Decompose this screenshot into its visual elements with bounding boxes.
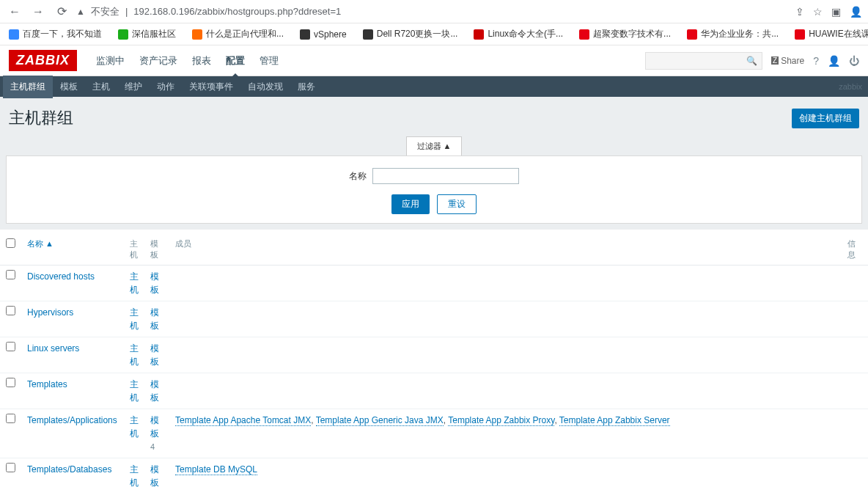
main-menu-item[interactable]: 监测中 xyxy=(89,45,132,76)
hosts-link[interactable]: 主机 xyxy=(130,307,139,331)
member-link[interactable]: Template App Generic Java JMX xyxy=(316,415,444,426)
col-name-header[interactable]: 名称 ▲ xyxy=(27,239,54,248)
row-checkbox[interactable] xyxy=(6,414,15,423)
url-separator: | xyxy=(125,6,128,17)
favicon xyxy=(363,29,373,40)
templates-link[interactable]: 模板 xyxy=(150,464,159,487)
sub-menu-item[interactable]: 服务 xyxy=(290,76,323,98)
templates-link[interactable]: 模板 xyxy=(150,415,159,439)
filter-name-input[interactable] xyxy=(372,168,519,184)
sub-menu-item[interactable]: 维护 xyxy=(117,76,150,98)
member-link[interactable]: Template App Zabbix Proxy xyxy=(448,415,554,426)
select-all-checkbox[interactable] xyxy=(6,238,15,248)
col-info-header: 信息 xyxy=(842,234,868,266)
bookmark-label: HUAWIE在线课程 xyxy=(809,28,868,40)
hosts-link[interactable]: 主机 xyxy=(130,379,139,403)
bookmark-item[interactable]: Linux命令大全(手... xyxy=(474,28,563,40)
bookmark-label: Dell R720更换一块... xyxy=(377,28,458,40)
favicon xyxy=(118,29,128,40)
table-row: Hypervisors主机模板 xyxy=(0,301,868,337)
address-bar[interactable]: ▲ 不安全 | 192.168.0.196/zabbix/hostgroups.… xyxy=(76,5,790,18)
sub-brand: zabbix xyxy=(831,77,865,96)
bookmark-item[interactable]: 什么是正向代理和... xyxy=(192,28,284,40)
hostgroups-table: 名称 ▲ 主机 模板 成员 信息 Discovered hosts主机模板Hyp… xyxy=(0,234,868,487)
main-menu-item[interactable]: 资产记录 xyxy=(132,45,185,76)
bookmark-item[interactable]: HUAWIE在线课程 xyxy=(795,28,868,40)
table-row: Discovered hosts主机模板 xyxy=(0,266,868,301)
help-icon[interactable]: ? xyxy=(813,55,819,67)
sub-menu-item[interactable]: 主机群组 xyxy=(3,76,53,98)
main-menu-item[interactable]: 管理 xyxy=(252,45,286,76)
row-checkbox[interactable] xyxy=(6,378,15,387)
zabbix-logo[interactable]: ZABBIX xyxy=(9,50,77,71)
group-name-link[interactable]: Templates xyxy=(27,379,67,389)
sub-nav: 主机群组模板主机维护动作关联项事件自动发现服务zabbix xyxy=(0,76,868,97)
row-checkbox[interactable] xyxy=(6,463,15,472)
sub-menu-item[interactable]: 模板 xyxy=(53,76,85,98)
bookmark-label: 深信服社区 xyxy=(132,28,176,40)
sub-menu-item[interactable]: 关联项事件 xyxy=(182,76,240,98)
back-icon[interactable]: ← xyxy=(6,5,23,18)
share-z-icon: Z xyxy=(771,56,779,65)
templates-link[interactable]: 模板 xyxy=(150,379,159,403)
row-checkbox[interactable] xyxy=(6,306,15,315)
table-row: Templates主机模板 xyxy=(0,373,868,409)
main-menu-item[interactable]: 报表 xyxy=(185,45,218,76)
bookmark-item[interactable]: Dell R720更换一块... xyxy=(363,28,458,40)
user-icon[interactable]: 👤 xyxy=(828,55,840,67)
bookmark-label: Linux命令大全(手... xyxy=(488,28,563,40)
row-checkbox[interactable] xyxy=(6,270,15,279)
share-link[interactable]: ZShare xyxy=(771,56,804,66)
search-input[interactable]: 🔍 xyxy=(645,52,762,70)
share-url-icon[interactable]: ⇪ xyxy=(795,6,804,18)
bookmark-item[interactable]: 深信服社区 xyxy=(118,28,176,40)
group-name-link[interactable]: Hypervisors xyxy=(27,307,73,318)
group-name-link[interactable]: Templates/Databases xyxy=(27,464,111,475)
member-link[interactable]: Template App Apache Tomcat JMX xyxy=(175,415,311,426)
member-link[interactable]: Template DB MySQL xyxy=(175,464,257,475)
favicon xyxy=(687,29,697,40)
group-name-link[interactable]: Discovered hosts xyxy=(27,271,95,282)
browser-toolbar: ← → ⟳ ▲ 不安全 | 192.168.0.196/zabbix/hostg… xyxy=(0,0,868,23)
profile-icon[interactable]: 👤 xyxy=(850,6,862,18)
table-row: Templates/Applications主机模板 4Template App… xyxy=(0,409,868,458)
row-checkbox[interactable] xyxy=(6,342,15,351)
hosts-link[interactable]: 主机 xyxy=(130,271,139,295)
insecure-label: 不安全 xyxy=(91,5,119,18)
filter-toggle[interactable]: 过滤器 ▲ xyxy=(406,136,463,155)
page-title: 主机群组 xyxy=(9,107,73,129)
apply-button[interactable]: 应用 xyxy=(391,194,430,214)
templates-link[interactable]: 模板 xyxy=(150,271,159,295)
bookmark-item[interactable]: 超聚变数字技术有... xyxy=(579,28,671,40)
member-link[interactable]: Template App Zabbix Server xyxy=(559,415,670,426)
group-name-link[interactable]: Linux servers xyxy=(27,343,79,354)
bookmark-label: 什么是正向代理和... xyxy=(206,28,284,40)
templates-link[interactable]: 模板 xyxy=(150,343,159,367)
bookmark-item[interactable]: vSphere xyxy=(300,29,347,40)
sub-menu-item[interactable]: 自动发现 xyxy=(240,76,290,98)
logout-icon[interactable]: ⏻ xyxy=(849,55,859,67)
main-menu-item[interactable]: 配置 xyxy=(218,45,252,76)
bookmark-item[interactable]: 华为企业业务：共... xyxy=(687,28,779,40)
bookmark-item[interactable]: 百度一下，我不知道 xyxy=(9,28,102,40)
hosts-link[interactable]: 主机 xyxy=(130,464,139,487)
create-hostgroup-button[interactable]: 创建主机群组 xyxy=(792,109,859,128)
table-row: Templates/Databases主机模板 1Template DB MyS… xyxy=(0,458,868,488)
favicon xyxy=(300,29,310,40)
search-icon: 🔍 xyxy=(746,56,757,66)
reload-icon[interactable]: ⟳ xyxy=(53,4,70,18)
sub-menu-item[interactable]: 动作 xyxy=(150,76,182,98)
extensions-icon[interactable]: ▣ xyxy=(831,6,841,18)
forward-icon[interactable]: → xyxy=(29,5,47,18)
hosts-link[interactable]: 主机 xyxy=(130,415,139,439)
templates-link[interactable]: 模板 xyxy=(150,307,159,331)
bookmark-star-icon[interactable]: ☆ xyxy=(813,6,823,18)
reset-button[interactable]: 重设 xyxy=(437,194,477,214)
group-name-link[interactable]: Templates/Applications xyxy=(27,415,117,425)
col-members-header: 成员 xyxy=(169,234,842,266)
hosts-link[interactable]: 主机 xyxy=(130,343,139,367)
favicon xyxy=(192,29,202,40)
url-text: 192.168.0.196/zabbix/hostgroups.php?ddre… xyxy=(133,6,341,17)
sub-menu-item[interactable]: 主机 xyxy=(85,76,117,98)
main-menu: 监测中资产记录报表配置管理 xyxy=(89,45,286,76)
